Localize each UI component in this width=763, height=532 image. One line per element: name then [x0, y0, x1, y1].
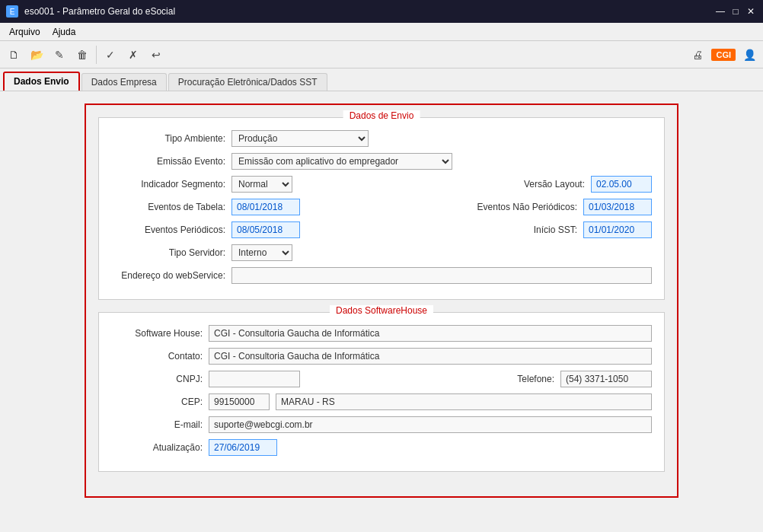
eventos-tabela-row: Eventos de Tabela: Eventos Não Periódico… — [111, 199, 652, 215]
dados-softwarehouse-section: Dados SoftwareHouse Software House: Cont… — [98, 312, 665, 472]
software-house-input[interactable] — [209, 325, 652, 342]
versao-layout-label: Versão Layout: — [524, 179, 585, 190]
cnpj-input[interactable] — [209, 371, 300, 387]
print-button[interactable]: 🖨 — [687, 44, 708, 65]
dados-envio-section: Dados de Envio Tipo Ambiente: ProduçãoHo… — [98, 117, 665, 300]
endereco-webservice-label: Endereço do webService: — [111, 270, 225, 281]
email-input[interactable] — [209, 416, 652, 433]
undo-button[interactable]: ↩ — [145, 44, 167, 65]
tipo-ambiente-row: Tipo Ambiente: ProduçãoHomologação — [111, 130, 652, 147]
telefone-label: Telefone: — [517, 374, 554, 384]
indicador-segmento-label: Indicador Segmento: — [111, 179, 225, 190]
eventos-periodicos-row: Eventos Periódicos: Início SST: — [111, 221, 652, 238]
tipo-servidor-label: Tipo Servidor: — [111, 247, 225, 258]
eventos-periodicos-label: Eventos Periódicos: — [111, 225, 225, 235]
software-house-label: Software House: — [111, 328, 203, 339]
dados-softwarehouse-title: Dados SoftwareHouse — [330, 305, 433, 316]
versao-layout-input[interactable] — [591, 176, 652, 193]
main-content: Dados de Envio Tipo Ambiente: ProduçãoHo… — [0, 91, 763, 532]
atualizacao-label: Atualização: — [111, 442, 203, 453]
undo-icon: ↩ — [152, 49, 161, 61]
endereco-webservice-row: Endereço do webService: — [111, 267, 652, 284]
contato-input[interactable] — [209, 348, 652, 365]
cidade-input[interactable] — [276, 393, 652, 410]
email-row: E-mail: — [111, 416, 652, 433]
inicio-sst-input[interactable] — [583, 221, 652, 238]
telefone-input[interactable] — [560, 371, 652, 387]
open-button[interactable]: 📂 — [26, 44, 47, 65]
title-bar: E eso001 - Parâmetro Geral do eSocial — … — [0, 0, 763, 23]
atualizacao-input[interactable] — [209, 439, 277, 456]
indicador-segmento-select[interactable]: NormalOutro — [231, 176, 292, 193]
new-icon: 🗋 — [8, 49, 19, 61]
cnpj-telefone-row: CNPJ: Telefone: — [111, 371, 652, 387]
edit-button[interactable]: ✎ — [49, 44, 70, 65]
user-button[interactable]: 👤 — [739, 44, 760, 65]
cgi-logo: CGI — [711, 49, 736, 61]
app-icon: E — [6, 5, 18, 18]
toolbar-separator-1 — [96, 46, 97, 64]
cnpj-label: CNPJ: — [111, 374, 203, 384]
tipo-ambiente-label: Tipo Ambiente: — [111, 133, 225, 144]
minimize-button[interactable]: — — [714, 5, 726, 18]
cep-label: CEP: — [111, 397, 203, 407]
eventos-tabela-label: Eventos de Tabela: — [111, 202, 225, 212]
inicio-sst-label: Início SST: — [534, 225, 577, 235]
tipo-ambiente-select[interactable]: ProduçãoHomologação — [231, 130, 369, 147]
atualizacao-row: Atualização: — [111, 439, 652, 456]
indicador-versao-row: Indicador Segmento: NormalOutro Versão L… — [111, 176, 652, 193]
eventos-nao-periodicos-label: Eventos Não Periódicos: — [477, 202, 577, 212]
close-button[interactable]: ✕ — [745, 5, 757, 18]
main-panel: Dados de Envio Tipo Ambiente: ProduçãoHo… — [85, 104, 678, 498]
eventos-periodicos-input[interactable] — [231, 221, 300, 238]
delete-icon: 🗑 — [77, 49, 88, 61]
emissao-evento-label: Emissão Evento: — [111, 156, 225, 167]
window-title: eso001 - Parâmetro Geral do eSocial — [24, 6, 175, 17]
cancel-icon: ✗ — [129, 49, 138, 61]
user-icon: 👤 — [743, 49, 756, 61]
edit-icon: ✎ — [55, 49, 64, 61]
emissao-evento-row: Emissão Evento: Emissão com aplicativo d… — [111, 153, 652, 170]
maximize-button[interactable]: □ — [729, 5, 742, 18]
tipo-servidor-select[interactable]: InternoExterno — [231, 244, 292, 261]
cep-input[interactable] — [209, 393, 270, 410]
eventos-nao-periodicos-input[interactable] — [583, 199, 652, 215]
menu-ajuda[interactable]: Ajuda — [46, 25, 82, 39]
new-button[interactable]: 🗋 — [3, 44, 24, 65]
emissao-evento-select[interactable]: Emissão com aplicativo do empregador — [231, 153, 452, 170]
contato-label: Contato: — [111, 351, 203, 362]
confirm-button[interactable]: ✓ — [100, 44, 121, 65]
contato-row: Contato: — [111, 348, 652, 365]
endereco-webservice-input[interactable] — [231, 267, 652, 284]
menu-bar: Arquivo Ajuda — [0, 23, 763, 41]
menu-arquivo[interactable]: Arquivo — [3, 25, 46, 39]
tabs-bar: Dados Envio Dados Empresa Procuração Ele… — [0, 68, 763, 91]
tab-procuracao[interactable]: Procuração Eletrônica/Dados SST — [168, 73, 327, 91]
print-icon: 🖨 — [692, 49, 703, 61]
cep-cidade-row: CEP: — [111, 393, 652, 410]
open-icon: 📂 — [30, 49, 43, 61]
cancel-button[interactable]: ✗ — [123, 44, 144, 65]
dados-envio-title: Dados de Envio — [343, 110, 420, 121]
toolbar: 🗋 📂 ✎ 🗑 ✓ ✗ ↩ 🖨 CGI 👤 — [0, 41, 763, 68]
tab-dados-envio[interactable]: Dados Envio — [3, 72, 80, 91]
software-house-row: Software House: — [111, 325, 652, 342]
tab-dados-empresa[interactable]: Dados Empresa — [81, 73, 167, 91]
eventos-tabela-input[interactable] — [231, 199, 300, 215]
tipo-servidor-row: Tipo Servidor: InternoExterno — [111, 244, 652, 261]
email-label: E-mail: — [111, 419, 203, 430]
delete-button[interactable]: 🗑 — [72, 44, 93, 65]
check-icon: ✓ — [106, 49, 115, 61]
